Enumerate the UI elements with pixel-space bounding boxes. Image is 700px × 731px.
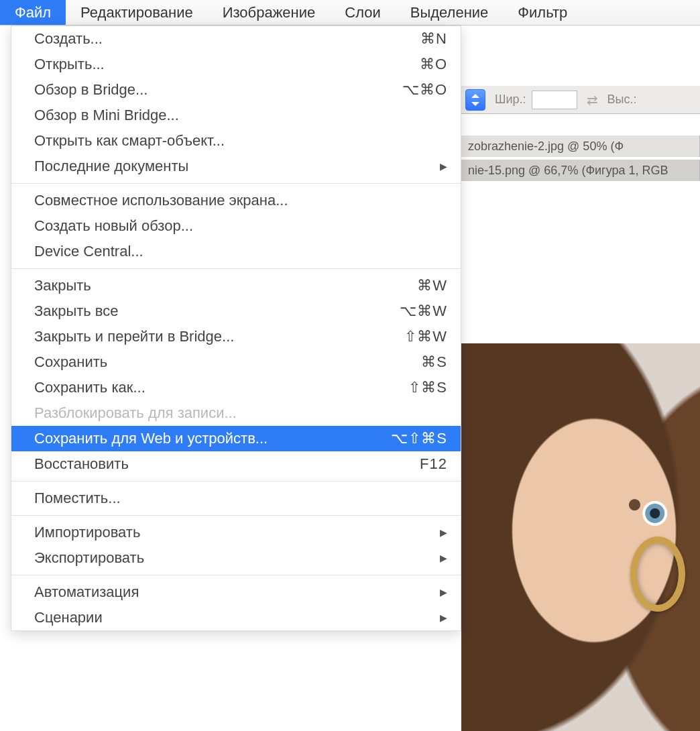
menu-item[interactable]: Открыть...⌘O (11, 52, 461, 77)
menu-item[interactable]: Закрыть все⌥⌘W (11, 298, 461, 324)
menu-item-shortcut: ⇧⌘S (408, 379, 447, 396)
menu-item-label: Сценарии (34, 609, 440, 626)
width-input[interactable] (532, 91, 577, 109)
menu-изображение[interactable]: Изображение (208, 0, 331, 25)
width-label: Шир.: (495, 93, 526, 107)
menu-item[interactable]: Открыть как смарт-объект... (11, 128, 461, 154)
menu-item-shortcut: ⇧⌘W (404, 328, 447, 345)
menu-item-label: Последние документы (34, 158, 440, 175)
swap-icon[interactable]: ⇄ (587, 92, 598, 108)
menu-item-label: Автоматизация (34, 583, 440, 601)
height-label: Выс.: (607, 93, 637, 107)
submenu-arrow-icon: ▶ (440, 161, 447, 172)
menu-выделение[interactable]: Выделение (396, 0, 504, 25)
menu-item-label: Обзор в Mini Bridge... (34, 107, 447, 124)
menu-редактирование[interactable]: Редактирование (66, 0, 208, 25)
menu-item-label: Сохранить как... (34, 379, 408, 396)
menu-item-label: Совместное использование экрана... (34, 192, 447, 209)
canvas-image-detail (630, 537, 685, 612)
submenu-arrow-icon: ▶ (440, 527, 447, 538)
tab-label: zobrazhenie-2.jpg @ 50% (Ф (468, 139, 624, 154)
menu-item[interactable]: ВосстановитьF12 (11, 451, 461, 477)
menu-item[interactable]: Сохранить⌘S (11, 349, 461, 375)
canvas-area-blank (461, 182, 700, 343)
menu-item-shortcut: ⌥⌘W (400, 302, 447, 320)
menu-item[interactable]: Сценарии▶ (11, 605, 461, 630)
submenu-arrow-icon: ▶ (440, 553, 447, 563)
menu-файл[interactable]: Файл (0, 0, 66, 25)
menu-item-label: Поместить... (34, 490, 447, 507)
menu-item[interactable]: Поместить... (11, 486, 461, 511)
document-tab-2[interactable]: nie-15.png @ 66,7% (Фигура 1, RGB (461, 160, 700, 181)
menu-фильтр[interactable]: Фильтр (503, 0, 582, 25)
menu-item[interactable]: Последние документы▶ (11, 154, 461, 179)
document-tab-1[interactable]: zobrazhenie-2.jpg @ 50% (Ф (461, 135, 700, 157)
menu-item[interactable]: Device Central... (11, 239, 461, 264)
menu-item[interactable]: Создать...⌘N (11, 26, 461, 52)
menu-item[interactable]: Сохранить как...⇧⌘S (11, 375, 461, 400)
menu-item[interactable]: Закрыть⌘W (11, 273, 461, 298)
menu-item-shortcut: ⌘N (420, 30, 447, 48)
menu-separator (11, 515, 461, 516)
menu-separator (11, 575, 461, 575)
menu-item-label: Создать... (34, 30, 420, 48)
menu-item-label: Экспортировать (34, 549, 440, 567)
file-menu-dropdown: Создать...⌘NОткрыть...⌘OОбзор в Bridge..… (11, 25, 461, 631)
menu-item-shortcut: ⌥⇧⌘S (391, 430, 447, 447)
tab-label: nie-15.png @ 66,7% (Фигура 1, RGB (468, 164, 668, 178)
menubar: ФайлРедактированиеИзображениеСлоиВыделен… (0, 0, 700, 25)
menu-item[interactable]: Обзор в Bridge...⌥⌘O (11, 77, 461, 103)
submenu-arrow-icon: ▶ (440, 587, 447, 598)
menu-item-label: Закрыть все (34, 302, 400, 320)
menu-separator (11, 268, 461, 269)
menu-item[interactable]: Автоматизация▶ (11, 579, 461, 605)
menu-item-label: Открыть как смарт-объект... (34, 132, 447, 150)
menu-слои[interactable]: Слои (330, 0, 396, 25)
menu-item-label: Сохранить (34, 353, 421, 371)
menu-item-label: Сохранить для Web и устройств... (34, 430, 391, 447)
menu-item[interactable]: Импортировать▶ (11, 520, 461, 545)
menu-item-label: Открыть... (34, 56, 420, 73)
menu-item[interactable]: Сохранить для Web и устройств...⌥⇧⌘S (11, 426, 461, 451)
menu-item-label: Восстановить (34, 455, 420, 473)
menu-separator (11, 183, 461, 184)
menu-item-label: Импортировать (34, 524, 440, 541)
menu-item-label: Разблокировать для записи... (34, 404, 447, 422)
options-bar: Шир.: ⇄ Выс.: (461, 86, 700, 114)
menu-item-shortcut: ⌘S (421, 353, 447, 371)
menu-item-label: Обзор в Bridge... (34, 81, 402, 99)
menu-item-label: Device Central... (34, 243, 447, 260)
menu-item-label: Закрыть и перейти в Bridge... (34, 328, 404, 345)
menu-item: Разблокировать для записи... (11, 400, 461, 426)
menu-item-label: Создать новый обзор... (34, 217, 447, 235)
menu-item-shortcut: ⌥⌘O (402, 81, 447, 99)
menu-separator (11, 481, 461, 482)
menu-item[interactable]: Экспортировать▶ (11, 545, 461, 571)
menu-item-shortcut: ⌘O (420, 56, 447, 73)
submenu-arrow-icon: ▶ (440, 612, 447, 623)
menu-item-shortcut: ⌘W (417, 277, 447, 294)
menu-item[interactable]: Обзор в Mini Bridge... (11, 103, 461, 128)
menu-item-shortcut: F12 (420, 455, 447, 473)
menu-item[interactable]: Закрыть и перейти в Bridge...⇧⌘W (11, 324, 461, 349)
menu-item[interactable]: Совместное использование экрана... (11, 188, 461, 213)
menu-item-label: Закрыть (34, 277, 417, 294)
stepper-control[interactable] (465, 89, 485, 111)
menu-item[interactable]: Создать новый обзор... (11, 213, 461, 239)
